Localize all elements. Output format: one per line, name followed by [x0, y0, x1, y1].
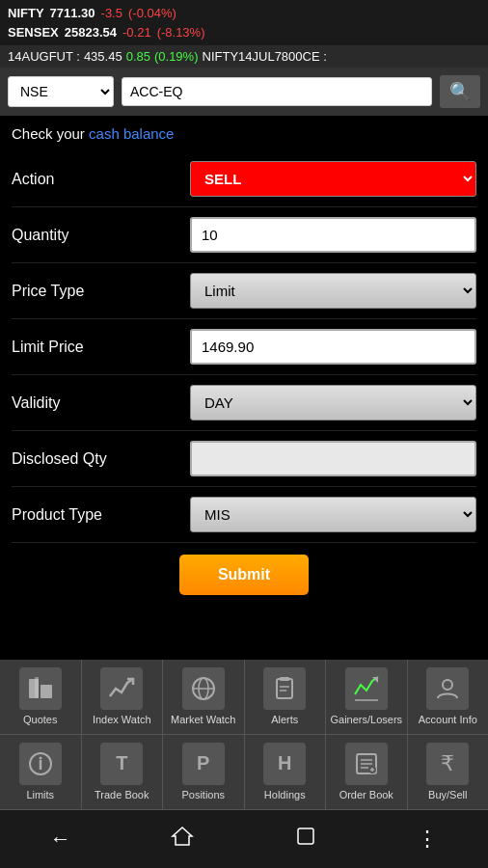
limit-price-label: Limit Price: [12, 339, 190, 356]
selectors-row: NSE BSE MCX NCDEX 🔍: [0, 68, 488, 116]
limit-price-input[interactable]: [190, 329, 476, 365]
trade-book-label: Trade Book: [95, 789, 149, 801]
search-button[interactable]: 🔍: [440, 75, 480, 108]
nav-item-account-info[interactable]: Account Info: [408, 660, 489, 734]
gainers-losers-icon: [345, 667, 388, 710]
quantity-control: [190, 217, 476, 253]
order-book-icon: [345, 743, 388, 785]
nav-row-2: Limits T Trade Book P Positions H Holdin…: [0, 735, 488, 810]
quantity-input[interactable]: [190, 217, 476, 253]
nav-item-trade-book[interactable]: T Trade Book: [82, 735, 164, 809]
buy-sell-icon: ₹: [426, 743, 469, 785]
index-watch-icon: [100, 667, 143, 710]
nav-item-limits[interactable]: Limits: [0, 735, 82, 809]
submit-button[interactable]: Submit: [179, 555, 309, 595]
quantity-row: Quantity: [12, 207, 476, 263]
nifty-change: -3.5: [101, 4, 122, 23]
submit-row: Submit: [12, 543, 476, 607]
product-type-select[interactable]: MIS CNC NRML: [190, 497, 476, 532]
gainers-losers-label: Gainers/Losers: [330, 714, 402, 726]
nav-item-buy-sell[interactable]: ₹ Buy/Sell: [408, 735, 489, 809]
contract-pct: (0.19%): [154, 49, 199, 64]
holdings-label: Holdings: [264, 789, 306, 801]
contract-price: 435.45: [84, 49, 122, 64]
market-watch-label: Market Watch: [171, 714, 235, 726]
action-label: Action: [12, 171, 190, 188]
nav-item-index-watch[interactable]: Index Watch: [82, 660, 164, 734]
home-button[interactable]: [155, 817, 209, 861]
validity-select[interactable]: DAY IOC: [190, 385, 476, 420]
disclosed-qty-label: Disclosed Qty: [12, 450, 190, 468]
alerts-label: Alerts: [271, 714, 298, 726]
quotes-icon: [19, 667, 62, 710]
disclosed-qty-input[interactable]: [190, 441, 476, 476]
limits-icon: [19, 743, 62, 785]
nav-row-1: Quotes Index Watch Market Watch: [0, 660, 488, 735]
nav-item-alerts[interactable]: Alerts: [245, 660, 327, 734]
positions-label: Positions: [181, 789, 225, 801]
positions-icon: P: [182, 743, 225, 785]
bottom-nav: Quotes Index Watch Market Watch: [0, 660, 488, 810]
product-type-control: MIS CNC NRML: [190, 497, 476, 532]
nifty-contract-label: NIFTY14JUL7800CE :: [203, 49, 327, 64]
validity-label: Validity: [12, 394, 190, 412]
account-info-label: Account Info: [419, 714, 477, 726]
nav-item-holdings[interactable]: H Holdings: [245, 735, 327, 809]
limit-price-row: Limit Price: [12, 319, 476, 375]
nav-item-quotes[interactable]: Quotes: [0, 660, 82, 734]
quantity-label: Quantity: [12, 227, 190, 244]
back-button[interactable]: ←: [35, 819, 87, 859]
svg-rect-1: [41, 685, 52, 698]
recents-button[interactable]: [279, 817, 333, 861]
contract-change: 0.85: [126, 49, 150, 64]
cash-balance-label: Check your: [12, 125, 89, 142]
nifty-price: 7711.30: [50, 4, 95, 23]
disclosed-qty-control: [190, 441, 476, 476]
form-area: Action BUY SELL Quantity Price Type Limi…: [0, 151, 488, 607]
nav-item-order-book[interactable]: Order Book: [326, 735, 408, 809]
menu-button[interactable]: ⋮: [401, 819, 453, 859]
sensex-ticker: SENSEX 25823.54 -0.21 (-8.13%): [8, 23, 480, 42]
sensex-price: 25823.54: [65, 23, 117, 42]
symbol-bar: 14AUGFUT : 435.45 0.85 (0.19%) NIFTY14JU…: [0, 45, 488, 68]
exchange-select[interactable]: NSE BSE MCX NCDEX: [8, 76, 114, 107]
svg-rect-7: [280, 677, 289, 681]
svg-point-12: [443, 680, 452, 690]
action-row: Action BUY SELL: [12, 151, 476, 207]
symbol-input[interactable]: [122, 77, 432, 106]
price-type-row: Price Type Limit Market SL SL-M: [12, 263, 476, 319]
disclosed-qty-row: Disclosed Qty: [12, 431, 476, 487]
nav-item-market-watch[interactable]: Market Watch: [163, 660, 245, 734]
price-type-select[interactable]: Limit Market SL SL-M: [190, 273, 476, 309]
nifty-name: NIFTY: [8, 4, 44, 23]
price-type-label: Price Type: [12, 283, 190, 300]
action-control: BUY SELL: [190, 161, 476, 197]
quotes-label: Quotes: [23, 714, 57, 726]
nav-item-gainers-losers[interactable]: Gainers/Losers: [326, 660, 408, 734]
limit-price-control: [190, 329, 476, 365]
cash-balance-link[interactable]: cash balance: [89, 125, 174, 142]
validity-control: DAY IOC: [190, 385, 476, 420]
index-watch-label: Index Watch: [93, 714, 151, 726]
sensex-pct: (-8.13%): [157, 23, 205, 42]
validity-row: Validity DAY IOC: [12, 375, 476, 431]
svg-marker-23: [173, 827, 192, 845]
nifty-ticker: NIFTY 7711.30 -3.5 (-0.04%): [8, 4, 480, 23]
product-type-label: Product Type: [12, 506, 190, 524]
alerts-icon: [263, 667, 306, 710]
trade-book-icon: T: [100, 743, 143, 785]
svg-rect-6: [277, 679, 292, 698]
nav-item-positions[interactable]: P Positions: [163, 735, 245, 809]
svg-point-15: [39, 756, 41, 759]
ticker-bar: NIFTY 7711.30 -3.5 (-0.04%) SENSEX 25823…: [0, 0, 488, 45]
price-type-control: Limit Market SL SL-M: [190, 273, 476, 309]
sensex-name: SENSEX: [8, 23, 59, 42]
order-book-label: Order Book: [339, 789, 393, 801]
action-select[interactable]: BUY SELL: [190, 161, 476, 197]
nifty-pct: (-0.04%): [128, 4, 176, 23]
holdings-icon: H: [263, 743, 306, 785]
product-type-row: Product Type MIS CNC NRML: [12, 487, 476, 543]
android-nav: ← ⋮: [0, 810, 488, 868]
account-info-icon: [426, 667, 469, 710]
cash-balance-row: Check your cash balance: [0, 116, 488, 151]
